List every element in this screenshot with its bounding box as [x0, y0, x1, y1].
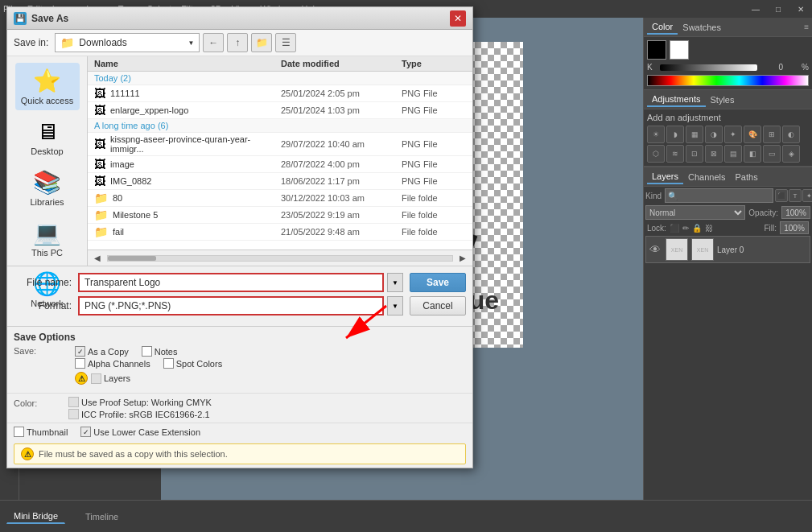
adj-bw[interactable]: ◐ — [782, 126, 800, 143]
tab-swatches[interactable]: Swatches — [678, 21, 726, 34]
file-row-img0882[interactable]: 🖼 IMG_0882 18/06/2022 1:17 pm PNG File — [88, 173, 472, 190]
adj-invert[interactable]: ⊠ — [705, 145, 723, 163]
sidebar-item-quick-access[interactable]: ⭐ Quick access — [15, 63, 80, 110]
file-date-111111: 25/01/2024 2:05 pm — [281, 89, 402, 98]
nav-view-button[interactable]: ☰ — [275, 33, 296, 52]
save-options-row3: ⚠ Layers — [14, 370, 466, 386]
notes-checkbox[interactable]: Notes — [142, 346, 178, 357]
file-row-111111[interactable]: 🖼 111111 25/01/2024 2:05 pm PNG File — [88, 85, 472, 102]
adj-threshold[interactable]: ◧ — [744, 145, 761, 163]
tab-mini-bridge[interactable]: Mini Bridge — [6, 509, 65, 524]
format-value: PNG (*.PNG;*.PNS) — [84, 300, 171, 311]
file-row-80[interactable]: 📁 80 30/12/2022 10:03 am File folde — [88, 190, 472, 207]
k-slider[interactable] — [660, 64, 757, 71]
lock-all-icon[interactable]: ⛓ — [705, 224, 713, 233]
nav-new-folder-button[interactable]: 📁 — [251, 33, 272, 52]
lock-px-icon[interactable]: ⬛ — [670, 224, 679, 233]
file-row-image[interactable]: 🖼 image 28/07/2022 4:00 pm PNG File — [88, 156, 472, 173]
adj-selective[interactable]: ◈ — [782, 145, 800, 163]
sidebar-item-desktop[interactable]: 🖥 Desktop — [15, 113, 80, 161]
sidebar-item-libraries[interactable]: 📚 Libraries — [15, 164, 80, 212]
panel-options-icon[interactable]: ≡ — [804, 23, 809, 31]
file-row-fail[interactable]: 📁 fail 21/05/2022 9:48 am File folde — [88, 224, 472, 241]
opacity-input[interactable] — [781, 206, 810, 219]
fill-input[interactable] — [780, 221, 809, 234]
sidebar-item-this-pc[interactable]: 💻 This PC — [15, 215, 80, 262]
tab-timeline[interactable]: Timeline — [78, 509, 126, 524]
file-row-xppen[interactable]: 🖼 enlarge_xppen-logo 25/01/2024 1:03 pm … — [88, 102, 472, 119]
use-proof-checkbox[interactable]: Use Proof Setup: Working CMYK — [68, 397, 212, 407]
color-panel: K 0 % — [644, 37, 812, 90]
minimize-button[interactable]: — — [744, 0, 767, 18]
adj-photo-filter[interactable]: ⬡ — [647, 145, 665, 163]
file-row-kisspng[interactable]: 🖼 kisspng-aseer-province-quran-year-immi… — [88, 133, 472, 156]
tab-channels[interactable]: Channels — [683, 171, 730, 184]
tab-styles[interactable]: Styles — [706, 93, 740, 106]
adj-exposure[interactable]: ◑ — [705, 126, 723, 143]
nav-scroll-bar[interactable] — [107, 255, 453, 262]
nav-back-button[interactable]: ← — [203, 33, 224, 52]
maximize-button[interactable]: □ — [767, 0, 789, 18]
adj-channel-mixer[interactable]: ≋ — [666, 145, 684, 163]
tab-adjustments[interactable]: Adjustments — [647, 93, 706, 107]
adj-color-lookup[interactable]: ⊡ — [686, 145, 703, 163]
cancel-button[interactable]: Cancel — [410, 296, 466, 315]
filename-input[interactable] — [78, 273, 384, 292]
format-select[interactable]: PNG (*.PNG;*.PNS) — [78, 296, 384, 315]
file-icon-kisspng: 🖼 — [94, 138, 105, 151]
layer-visibility-icon[interactable]: 👁 — [649, 243, 661, 256]
layer-filter-icons: ⬛ T ✦ ⊛ — [775, 189, 812, 202]
lock-label: Lock: — [647, 224, 666, 233]
alpha-channels-checkbox[interactable]: Alpha Channels — [75, 358, 150, 369]
lock-pos-icon[interactable]: 🔒 — [692, 224, 702, 233]
adj-hue[interactable]: 🎨 — [744, 126, 761, 143]
save-button[interactable]: Save — [410, 273, 466, 292]
file-date-kisspng: 29/07/2022 10:40 am — [281, 139, 402, 149]
file-row-milestone[interactable]: 📁 Milestone 5 23/05/2022 9:19 am File fo… — [88, 207, 472, 224]
adj-color-balance[interactable]: ⊞ — [763, 126, 781, 143]
tab-color[interactable]: Color — [647, 20, 678, 35]
dialog-title: Save As — [31, 13, 450, 24]
file-list: Today (2) 🖼 111111 25/01/2024 2:05 pm PN… — [88, 72, 472, 250]
adj-brightness[interactable]: ☀ — [647, 126, 665, 143]
filter-pixel[interactable]: ⬛ — [775, 189, 788, 202]
adj-vibrance[interactable]: ✦ — [724, 126, 742, 143]
group-longtime: A long time ago (6) — [88, 119, 472, 133]
save-label3 — [14, 370, 62, 386]
close-button[interactable]: ✕ — [789, 0, 812, 18]
color-spectrum[interactable] — [647, 75, 809, 86]
spot-colors-checkbox[interactable]: Spot Colors — [163, 358, 222, 369]
adj-poster[interactable]: ▤ — [724, 145, 742, 163]
k-slider-row: K 0 % — [647, 63, 809, 72]
file-type-image: PNG File — [402, 159, 466, 169]
layers-checkbox[interactable]: Layers — [91, 373, 130, 384]
nav-up-button[interactable]: ↑ — [227, 33, 248, 52]
foreground-color[interactable] — [647, 40, 666, 60]
layer-search-input[interactable] — [665, 188, 773, 203]
filename-dropdown-btn[interactable]: ▼ — [387, 273, 403, 292]
blend-mode-select[interactable]: Normal — [645, 205, 745, 220]
save-in-dropdown[interactable]: 📁 Downloads ▼ — [55, 33, 200, 52]
filter-type[interactable]: T — [789, 189, 802, 202]
nav-right-btn[interactable]: ▶ — [456, 254, 469, 262]
filter-shape[interactable]: ✦ — [802, 189, 812, 202]
tab-layers[interactable]: Layers — [647, 170, 683, 184]
background-color[interactable] — [670, 40, 689, 60]
color-section: Color: Use Proof Setup: Working CMYK ICC… — [7, 393, 472, 423]
thumbnail-checkbox[interactable]: Thumbnail — [14, 427, 68, 437]
layers-label: Layers — [104, 373, 130, 383]
lowercase-checkbox[interactable]: Use Lower Case Extension — [80, 427, 200, 437]
adj-curves[interactable]: ◗ — [666, 126, 684, 143]
format-dropdown-btn[interactable]: ▼ — [387, 296, 403, 315]
dialog-close-button[interactable]: ✕ — [450, 10, 466, 27]
adj-levels[interactable]: ▦ — [686, 126, 703, 143]
save-options-row1: Save: As a Copy Notes — [14, 346, 466, 357]
adj-gradient[interactable]: ▭ — [763, 145, 781, 163]
as-copy-checkbox[interactable]: As a Copy — [75, 346, 129, 357]
nav-left-btn[interactable]: ◀ — [91, 254, 104, 262]
lock-draw-icon[interactable]: ✏ — [682, 224, 689, 233]
tab-paths[interactable]: Paths — [731, 171, 763, 184]
icc-profile-checkbox[interactable]: ICC Profile: sRGB IEC61966-2.1 — [68, 409, 212, 419]
fill-label: Fill: — [764, 224, 777, 233]
layer-item-0[interactable]: 👁 XEN XEN Layer 0 — [645, 236, 810, 263]
